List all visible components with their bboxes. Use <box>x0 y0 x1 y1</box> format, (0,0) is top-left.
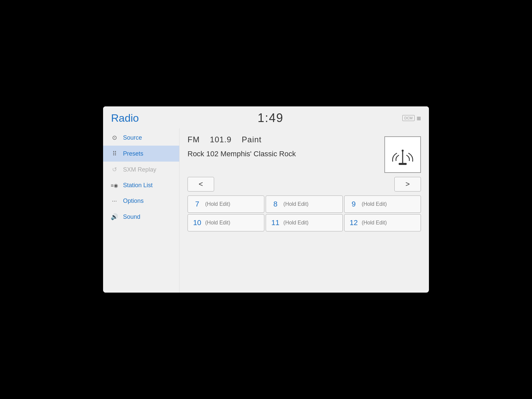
preset-label-10: (Hold Edit) <box>205 220 230 226</box>
preset-button-10[interactable]: 10(Hold Edit) <box>188 214 264 231</box>
preset-button-11[interactable]: 11(Hold Edit) <box>266 214 342 231</box>
nav-buttons-row: < > <box>188 177 421 192</box>
preset-label-11: (Hold Edit) <box>283 220 309 226</box>
sxm-replay-icon: ↺ <box>110 166 119 173</box>
sidebar-label-source: Source <box>123 134 142 141</box>
sidebar-item-station-list[interactable]: ≡◉ Station List <box>103 178 179 193</box>
radio-signal-icon-box <box>384 136 421 173</box>
radio-signal-svg <box>389 141 416 168</box>
svg-rect-2 <box>399 163 407 165</box>
station-name: Rock 102 Memphis' Classic Rock <box>188 150 296 158</box>
sidebar-item-options[interactable]: ··· Options <box>103 193 179 209</box>
options-icon: ··· <box>110 198 119 204</box>
preset-number-7: 7 <box>193 200 202 208</box>
preset-number-9: 9 <box>349 200 358 208</box>
preset-label-9: (Hold Edit) <box>362 201 387 207</box>
preset-label-7: (Hold Edit) <box>205 201 230 207</box>
header: Radio 1:49 DCM ▦ <box>103 106 429 128</box>
next-button[interactable]: > <box>394 177 421 192</box>
preset-number-10: 10 <box>193 218 202 227</box>
preset-button-9[interactable]: 9(Hold Edit) <box>344 196 421 213</box>
car-display-screen: Radio 1:49 DCM ▦ ⊙ Source ⠿ Presets ↺ SX… <box>103 106 429 293</box>
now-playing-info: FM 101.9 Paint Rock 102 Memphis' Classic… <box>188 135 296 158</box>
wifi-icon: ▦ <box>417 115 421 121</box>
svg-point-1 <box>402 150 404 152</box>
sidebar-label-options: Options <box>123 198 144 204</box>
sidebar: ⊙ Source ⠿ Presets ↺ SXM Replay ≡◉ Stati… <box>103 128 180 293</box>
station-frequency-info: FM 101.9 Paint <box>188 135 296 144</box>
prev-button[interactable]: < <box>188 177 214 192</box>
sidebar-label-presets: Presets <box>123 150 143 157</box>
preset-number-11: 11 <box>271 218 280 227</box>
preset-button-8[interactable]: 8(Hold Edit) <box>266 196 342 213</box>
dcm-badge: DCM <box>402 115 415 121</box>
preset-label-8: (Hold Edit) <box>283 201 309 207</box>
source-icon: ⊙ <box>110 134 119 141</box>
band-label: FM <box>188 135 200 144</box>
preset-button-12[interactable]: 12(Hold Edit) <box>344 214 421 231</box>
sound-icon: 🔊 <box>110 213 119 220</box>
preset-label-12: (Hold Edit) <box>362 220 387 226</box>
sidebar-item-presets[interactable]: ⠿ Presets <box>103 146 179 162</box>
header-icons: DCM ▦ <box>402 115 421 121</box>
sidebar-label-sxm-replay: SXM Replay <box>123 166 156 173</box>
sidebar-item-sound[interactable]: 🔊 Sound <box>103 209 179 225</box>
preset-number-12: 12 <box>349 218 358 227</box>
preset-number-8: 8 <box>271 200 280 208</box>
station-list-icon: ≡◉ <box>110 183 119 189</box>
clock: 1:49 <box>258 111 284 125</box>
sidebar-label-station-list: Station List <box>123 182 153 189</box>
frequency-label: 101.9 <box>210 135 231 144</box>
content-area: FM 101.9 Paint Rock 102 Memphis' Classic… <box>180 128 429 293</box>
preset-button-7[interactable]: 7(Hold Edit) <box>188 196 264 213</box>
preset-grid: 7(Hold Edit)8(Hold Edit)9(Hold Edit)10(H… <box>188 196 421 231</box>
genre-label: Paint <box>242 135 262 144</box>
now-playing-row: FM 101.9 Paint Rock 102 Memphis' Classic… <box>188 135 421 173</box>
presets-icon: ⠿ <box>110 150 119 157</box>
sidebar-label-sound: Sound <box>123 213 140 220</box>
sidebar-item-source[interactable]: ⊙ Source <box>103 130 179 146</box>
sidebar-item-sxm-replay[interactable]: ↺ SXM Replay <box>103 162 179 178</box>
app-title: Radio <box>111 112 139 124</box>
main-layout: ⊙ Source ⠿ Presets ↺ SXM Replay ≡◉ Stati… <box>103 128 429 293</box>
